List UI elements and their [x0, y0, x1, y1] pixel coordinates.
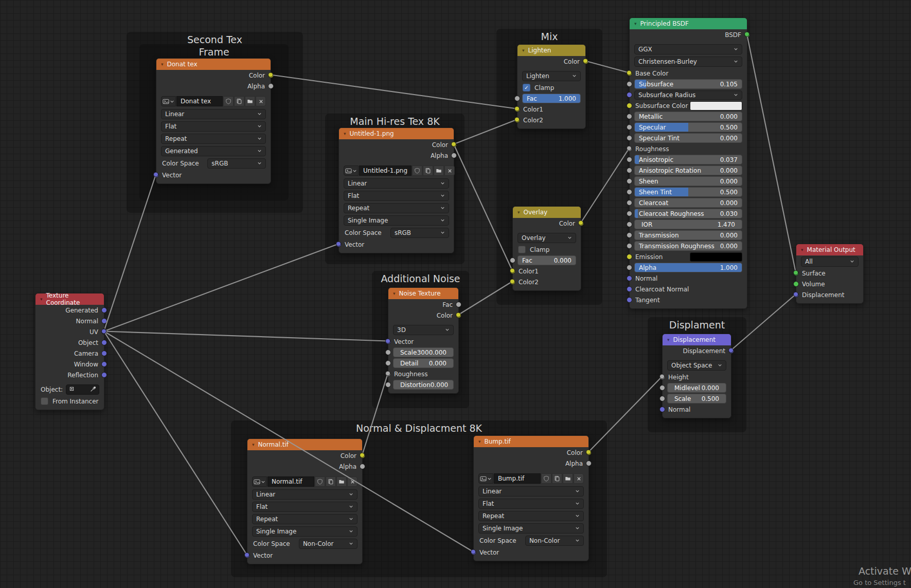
socket-fac[interactable] — [510, 258, 515, 263]
socket-height[interactable] — [659, 374, 665, 380]
image-name-field[interactable]: Bump.tif — [494, 473, 541, 484]
color-swatch-emission[interactable] — [690, 252, 742, 262]
socket-alpha[interactable] — [451, 153, 457, 158]
dropdown-srgb[interactable]: sRGB — [207, 158, 266, 169]
dropdown-single-image[interactable]: Single Image — [478, 523, 584, 534]
dropdown-object-space[interactable]: Object Space — [667, 360, 726, 371]
socket-vector[interactable] — [385, 339, 391, 344]
slider-transmission[interactable]: Transmission0.000 — [634, 230, 742, 240]
socket-anisotropic[interactable] — [627, 157, 632, 162]
image-icon[interactable] — [478, 473, 493, 484]
socket-clearcoat-roughness[interactable] — [627, 211, 632, 216]
socket-bsdf[interactable] — [744, 32, 750, 38]
dropdown-flat[interactable]: Flat — [252, 502, 358, 512]
socket-color2[interactable] — [510, 279, 515, 285]
slider-anisotropic-rotation[interactable]: Anisotropic Rotation0.000 — [634, 166, 742, 175]
socket-vector[interactable] — [153, 172, 159, 178]
unlink-x-icon[interactable] — [347, 476, 358, 487]
fake-user-shield-icon[interactable] — [412, 166, 422, 176]
dropdown-overlay[interactable]: Overlay — [517, 233, 576, 243]
socket-normal[interactable] — [101, 318, 107, 324]
slider-anisotropic[interactable]: Anisotropic0.037 — [634, 155, 742, 164]
dropdown-flat[interactable]: Flat — [344, 191, 449, 201]
node-header-overlay[interactable]: ▾Overlay — [513, 207, 581, 218]
socket-sheen[interactable] — [627, 178, 632, 184]
dropdown-repeat[interactable]: Repeat — [161, 134, 266, 144]
socket-scale[interactable] — [659, 396, 665, 401]
socket-scale[interactable] — [385, 350, 391, 355]
socket-color1[interactable] — [514, 106, 520, 112]
unlink-x-icon[interactable] — [256, 96, 266, 106]
slider-clearcoat-roughness[interactable]: Clearcoat Roughness0.030 — [634, 209, 742, 218]
duplicate-copy-icon[interactable] — [234, 96, 244, 106]
collapse-triangle-icon[interactable]: ▾ — [634, 21, 637, 26]
socket-displacement[interactable] — [728, 348, 734, 354]
socket-color[interactable] — [268, 72, 274, 78]
socket-surface[interactable] — [793, 270, 799, 276]
duplicate-copy-icon[interactable] — [326, 476, 336, 487]
socket-window[interactable] — [101, 361, 107, 367]
socket-subsurface-radius[interactable] — [627, 92, 632, 98]
socket-metallic[interactable] — [627, 114, 632, 119]
socket-uv[interactable] — [101, 329, 107, 335]
dropdown-all[interactable]: All — [801, 256, 859, 267]
node-header-displacement[interactable]: ▾Displacement — [663, 334, 731, 345]
dropdown-3d[interactable]: 3D — [393, 325, 454, 335]
slider-subsurface[interactable]: Subsurface0.105 — [634, 79, 742, 89]
socket-ior[interactable] — [627, 222, 632, 227]
node-header-bump_tif[interactable]: ▾Bump.tif — [474, 436, 588, 447]
node-header-noise[interactable]: ▾Noise Texture — [388, 288, 458, 299]
fake-user-shield-icon[interactable] — [315, 476, 325, 487]
dropdown-flat[interactable]: Flat — [478, 499, 584, 509]
socket-color[interactable] — [583, 59, 588, 64]
socket-clearcoat-normal[interactable] — [627, 286, 632, 292]
collapse-triangle-icon[interactable]: ▾ — [252, 442, 255, 447]
slider-sheen-tint[interactable]: Sheen Tint0.500 — [634, 187, 742, 197]
node-header-material_output[interactable]: ▾Material Output — [796, 244, 863, 255]
dropdown-subsurface-radius[interactable]: Subsurface Radius — [634, 90, 742, 100]
node-header-normal_tif[interactable]: ▾Normal.tif — [247, 439, 362, 450]
slider-fac[interactable]: Fac1.000 — [522, 94, 581, 103]
checkbox-clamp[interactable]: ✓ — [523, 84, 530, 91]
collapse-triangle-icon[interactable]: ▾ — [801, 247, 803, 252]
slider-sheen[interactable]: Sheen0.000 — [634, 176, 742, 186]
dropdown-ggx[interactable]: GGX — [634, 44, 742, 54]
fake-user-shield-icon[interactable] — [541, 473, 551, 484]
open-folder-icon[interactable] — [434, 166, 444, 176]
socket-color[interactable] — [360, 453, 365, 458]
socket-subsurface[interactable] — [627, 81, 632, 87]
socket-object[interactable] — [101, 340, 107, 345]
collapse-triangle-icon[interactable]: ▾ — [393, 291, 396, 296]
socket-distortion[interactable] — [385, 382, 391, 388]
dropdown-repeat[interactable]: Repeat — [344, 203, 449, 213]
duplicate-copy-icon[interactable] — [552, 473, 562, 484]
socket-roughness[interactable] — [627, 146, 632, 152]
socket-normal[interactable] — [659, 407, 665, 412]
number-field-detail[interactable]: Detail0.000 — [393, 358, 454, 368]
image-icon[interactable] — [344, 166, 359, 176]
number-field-ior[interactable]: IOR1.470 — [634, 219, 742, 229]
socket-color1[interactable] — [510, 268, 515, 274]
checkbox-from-instancer[interactable] — [41, 397, 48, 405]
socket-alpha[interactable] — [586, 461, 592, 466]
node-header-donat[interactable]: ▾Donat tex — [156, 59, 271, 70]
socket-specular[interactable] — [627, 124, 632, 130]
socket-tangent[interactable] — [627, 297, 632, 303]
slider-fac[interactable]: Fac0.000 — [517, 255, 576, 265]
unlink-x-icon[interactable] — [574, 473, 584, 484]
socket-color2[interactable] — [514, 117, 520, 123]
socket-fac[interactable] — [514, 96, 520, 101]
socket-generated[interactable] — [101, 307, 107, 313]
number-field-scale[interactable]: Scale0.500 — [667, 394, 726, 403]
dropdown-single-image[interactable]: Single Image — [344, 215, 449, 226]
socket-transmission[interactable] — [627, 232, 632, 238]
number-field-scale[interactable]: Scale3000.000 — [393, 347, 454, 357]
socket-sheen-tint[interactable] — [627, 189, 632, 195]
collapse-triangle-icon[interactable]: ▾ — [161, 62, 164, 67]
socket-base-color[interactable] — [627, 70, 632, 76]
collapse-triangle-icon[interactable]: ▾ — [478, 439, 481, 444]
dropdown-linear[interactable]: Linear — [478, 486, 584, 497]
dropdown-lighten[interactable]: Lighten — [522, 71, 581, 81]
socket-vector[interactable] — [336, 242, 342, 247]
collapse-triangle-icon[interactable]: ▾ — [667, 337, 670, 342]
